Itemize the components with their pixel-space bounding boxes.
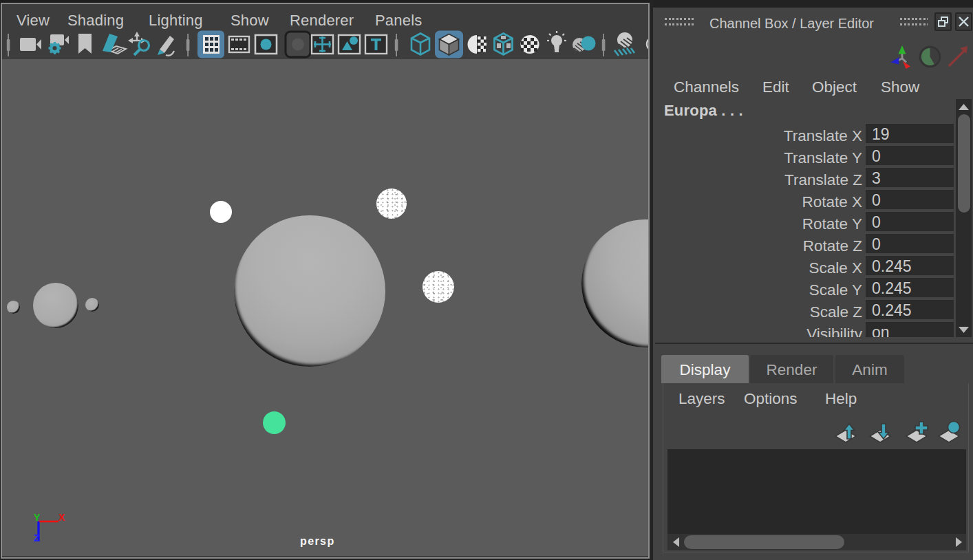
svg-text:X: X (58, 512, 65, 523)
svg-text:Z: Z (34, 532, 40, 543)
svg-text:Y: Y (34, 512, 41, 523)
